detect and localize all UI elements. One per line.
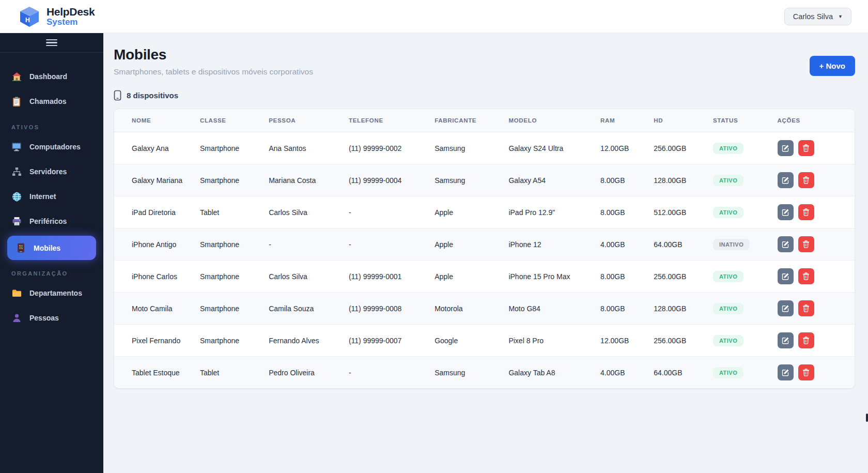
sidebar-item-computadores[interactable]: Computadores bbox=[0, 134, 103, 159]
folder-icon bbox=[11, 288, 22, 298]
delete-button[interactable] bbox=[798, 268, 814, 284]
edit-icon bbox=[782, 369, 789, 376]
cell-status: ATIVO bbox=[706, 261, 770, 293]
user-menu-button[interactable]: Carlos Silva ▼ bbox=[784, 8, 851, 25]
edit-button[interactable] bbox=[778, 364, 794, 380]
device-count: 8 dispositivos bbox=[127, 91, 178, 100]
sidebar-item-servidores[interactable]: Servidores bbox=[0, 159, 103, 184]
scrollbar-thumb[interactable] bbox=[866, 414, 868, 422]
cell-hd: 128.00GB bbox=[646, 164, 706, 196]
cell-fabricante: Apple bbox=[427, 261, 501, 293]
hamburger-icon bbox=[46, 38, 57, 48]
cell-classe: Smartphone bbox=[193, 325, 261, 357]
table-row-iphone-antigo: iPhone AntigoSmartphone--AppleiPhone 124… bbox=[114, 228, 855, 261]
edit-button[interactable] bbox=[778, 204, 794, 220]
cell-actions bbox=[770, 261, 855, 293]
table-row-galaxy-mariana: Galaxy MarianaSmartphoneMariana Costa(11… bbox=[114, 164, 855, 196]
cell-nome: iPhone Antigo bbox=[114, 228, 193, 261]
cell-classe: Smartphone bbox=[193, 293, 261, 325]
printer-icon bbox=[11, 216, 22, 226]
cell-status: ATIVO bbox=[706, 132, 770, 164]
sidebar-item-label: Periféricos bbox=[29, 217, 67, 225]
cell-telefone: (11) 99999-0008 bbox=[342, 293, 427, 325]
cell-modelo: Galaxy Tab A8 bbox=[501, 357, 593, 389]
sidebar-item-label: Internet bbox=[29, 192, 56, 201]
cell-telefone: (11) 99999-0002 bbox=[342, 132, 427, 164]
delete-button[interactable] bbox=[798, 332, 814, 348]
cell-hd: 256.00GB bbox=[646, 261, 706, 293]
cell-nome: iPad Diretoria bbox=[114, 196, 193, 228]
cell-classe: Smartphone bbox=[193, 228, 261, 261]
delete-button[interactable] bbox=[798, 300, 814, 316]
edit-button[interactable] bbox=[778, 268, 794, 284]
cell-modelo: Moto G84 bbox=[501, 293, 593, 325]
cell-modelo: iPhone 15 Pro Max bbox=[501, 261, 593, 293]
edit-icon bbox=[782, 144, 789, 152]
sidebar-toggle-button[interactable] bbox=[0, 33, 103, 53]
col-header-pessoa: PESSOA bbox=[261, 109, 342, 132]
sidebar-item-chamados[interactable]: Chamados bbox=[0, 89, 103, 114]
table-row-galaxy-ana: Galaxy AnaSmartphoneAna Santos(11) 99999… bbox=[114, 132, 855, 164]
cell-modelo: Galaxy S24 Ultra bbox=[501, 132, 593, 164]
sidebar-item-perifericos[interactable]: Periféricos bbox=[0, 209, 103, 234]
sidebar-item-label: Mobiles bbox=[34, 244, 60, 252]
edit-icon bbox=[782, 176, 789, 184]
chevron-down-icon: ▼ bbox=[838, 14, 843, 19]
cell-hd: 512.00GB bbox=[646, 196, 706, 228]
smartphone-outline-icon bbox=[114, 90, 121, 101]
sidebar-section-organizacao: ORGANIZAÇÃO bbox=[11, 270, 103, 277]
table-row-ipad-diretoria: iPad DiretoriaTabletCarlos Silva-AppleiP… bbox=[114, 196, 855, 228]
trash-icon bbox=[802, 337, 810, 344]
cell-classe: Smartphone bbox=[193, 164, 261, 196]
page-title: Mobiles bbox=[114, 47, 313, 63]
cell-ram: 8.00GB bbox=[593, 293, 646, 325]
cell-hd: 256.00GB bbox=[646, 325, 706, 357]
cell-hd: 64.00GB bbox=[646, 228, 706, 261]
cell-modelo: Pixel 8 Pro bbox=[501, 325, 593, 357]
col-header-fabricante: FABRICANTE bbox=[427, 109, 501, 132]
network-icon bbox=[11, 166, 22, 177]
cell-ram: 4.00GB bbox=[593, 228, 646, 261]
edit-button[interactable] bbox=[778, 300, 794, 316]
delete-button[interactable] bbox=[798, 172, 814, 188]
edit-button[interactable] bbox=[778, 332, 794, 348]
delete-button[interactable] bbox=[798, 236, 814, 252]
sidebar-item-label: Servidores bbox=[29, 167, 67, 176]
sidebar-item-internet[interactable]: Internet bbox=[0, 184, 103, 209]
sidebar-item-label: Chamados bbox=[29, 97, 67, 105]
cell-classe: Smartphone bbox=[193, 132, 261, 164]
cell-hd: 64.00GB bbox=[646, 357, 706, 389]
cell-status: ATIVO bbox=[706, 325, 770, 357]
edit-button[interactable] bbox=[778, 172, 794, 188]
sidebar-item-mobiles[interactable]: Mobiles bbox=[7, 236, 96, 260]
delete-button[interactable] bbox=[798, 204, 814, 220]
devices-table: NOME CLASSE PESSOA TELEFONE FABRICANTE M… bbox=[114, 109, 855, 388]
monitor-icon bbox=[11, 142, 22, 152]
delete-button[interactable] bbox=[798, 364, 814, 380]
cell-pessoa: Carlos Silva bbox=[261, 196, 342, 228]
edit-button[interactable] bbox=[778, 140, 794, 156]
sidebar-item-pessoas[interactable]: Pessoas bbox=[0, 306, 103, 330]
cell-classe: Tablet bbox=[193, 357, 261, 389]
brand-title: HelpDesk bbox=[47, 6, 95, 18]
new-device-button[interactable]: + Novo bbox=[810, 56, 855, 76]
cell-modelo: Galaxy A54 bbox=[501, 164, 593, 196]
cell-nome: Pixel Fernando bbox=[114, 325, 193, 357]
cell-pessoa: Carlos Silva bbox=[261, 261, 342, 293]
edit-button[interactable] bbox=[778, 236, 794, 252]
cell-fabricante: Samsung bbox=[427, 357, 501, 389]
cell-pessoa: Mariana Costa bbox=[261, 164, 342, 196]
cell-telefone: - bbox=[342, 228, 427, 261]
cell-ram: 12.00GB bbox=[593, 325, 646, 357]
trash-icon bbox=[802, 272, 810, 280]
house-icon bbox=[11, 71, 22, 82]
table-header-row: NOME CLASSE PESSOA TELEFONE FABRICANTE M… bbox=[114, 109, 855, 132]
cell-nome: Moto Camila bbox=[114, 293, 193, 325]
trash-icon bbox=[802, 176, 810, 184]
sidebar-item-dashboard[interactable]: Dashboard bbox=[0, 64, 103, 89]
page-subtitle: Smartphones, tablets e dispositivos móve… bbox=[114, 67, 313, 77]
sidebar-item-departamentos[interactable]: Departamentos bbox=[0, 281, 103, 306]
delete-button[interactable] bbox=[798, 140, 814, 156]
table-row-iphone-carlos: iPhone CarlosSmartphoneCarlos Silva(11) … bbox=[114, 261, 855, 293]
cell-actions bbox=[770, 196, 855, 228]
